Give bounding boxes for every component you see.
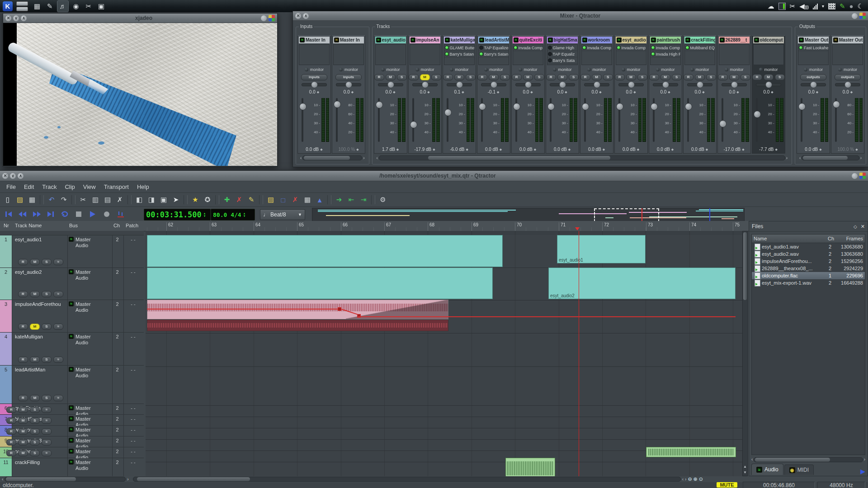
timeline-ruler[interactable]: 62 63 64 65 66 67 68 69 70 71 [146,221,742,231]
vscroll-thumb[interactable] [743,232,747,300]
tempo-display[interactable]: 80.0 4/4 ▲▼ [211,209,255,221]
monitor-toggle[interactable]: monitor [798,67,829,72]
spinner-icon[interactable]: ◆ [462,90,464,94]
pan-slider[interactable] [481,83,506,86]
spinner-icon[interactable]: ◆ [427,90,429,94]
scroll-left-icon[interactable]: ‹ [300,156,302,160]
pan-knob[interactable] [662,81,669,88]
strip-button[interactable]: S [741,74,750,80]
audio-clip[interactable]: esyt_audio1 [557,235,646,263]
window-menu-icon[interactable] [852,173,858,179]
strip-button[interactable]: outputs [800,74,826,80]
gain-value[interactable]: 0.0 dB◆ [684,146,715,152]
menu-item[interactable]: Clip [61,183,78,191]
toolbar-button[interactable]: ↶ [46,194,57,206]
toolbar-button[interactable]: ▯ [2,194,14,206]
spinner-icon[interactable]: ◆ [433,148,435,151]
strip-button[interactable]: S [500,74,510,80]
plugin-list[interactable] [410,44,440,65]
track-state-button[interactable]: ≈ [53,259,63,265]
col-frames[interactable]: Frames [836,236,865,241]
plugin-entry[interactable]: Barry's Satan [444,51,474,57]
strip-button[interactable]: outputs [835,74,861,80]
spinner-icon[interactable]: ◆ [466,148,468,151]
col-ch[interactable]: Ch [826,236,836,241]
plugin-entry[interactable]: Multiband EQ [685,45,715,51]
pan-value[interactable]: 0.0◆ [581,89,612,95]
strip-button[interactable]: S [534,74,544,80]
spinner-icon[interactable]: ◆ [706,148,708,151]
spinner-icon[interactable]: ◆ [356,148,359,151]
window-menu-icon[interactable] [852,13,858,19]
strip-button[interactable]: R [649,74,659,80]
plugin-entry[interactable]: Glame High [547,45,577,51]
strip-name-button[interactable]: ≈ kateMulliga [444,37,475,43]
monitor-toggle[interactable]: monitor [478,67,509,72]
plugin-active-led[interactable] [582,46,586,50]
toolbar-button[interactable]: ▦ [26,194,38,206]
scroll-left-icon[interactable]: ‹ [377,156,378,160]
pan-value[interactable]: 0.0◆ [375,89,406,95]
col-name[interactable]: Name [752,236,826,241]
track-state-button[interactable]: ≈ [42,439,52,446]
track-state-button[interactable]: ≈ [53,357,63,363]
arrange-vertical-scrollbar[interactable]: ▲ ▼ [742,231,748,476]
pan-slider[interactable] [801,83,826,86]
monitor-led[interactable] [305,68,308,71]
plugin-entry[interactable]: GLAME Butter [444,45,474,51]
gain-value[interactable]: -6.0 dB◆ [444,146,475,152]
menu-item[interactable]: View [80,183,99,191]
strip-name-button[interactable]: ≈ bigHatSma [547,37,578,43]
pan-value[interactable]: 0.0◆ [650,89,681,95]
track-state-button[interactable]: R [6,428,16,435]
file-row[interactable]: impulseAndForethou... 2 15296256 [752,258,865,265]
pan-knob[interactable] [559,81,566,88]
spinner-icon[interactable]: ◆ [393,90,395,94]
track-bus[interactable]: ≈ MasterAudio [69,237,111,249]
automation-line[interactable] [358,316,736,317]
track-number[interactable]: 4 [0,333,12,365]
strip-name-button[interactable]: ≈ Master Out [832,37,863,43]
scroll-left-icon[interactable]: ‹ [751,457,753,462]
track-state-button[interactable]: S [42,291,52,297]
plugin-active-led[interactable] [548,52,552,56]
strip-name-button[interactable]: ≈ workroom [581,37,612,43]
pan-knob[interactable] [525,81,532,88]
file-row[interactable]: 262889__thearxx08_... 2 2924229 [752,265,865,272]
plugin-active-led[interactable] [445,52,449,56]
close-icon[interactable]: ✕ [295,13,301,19]
monitor-toggle[interactable]: monitor [719,67,750,72]
status-circle-tray-icon[interactable]: ● [849,2,853,10]
scroll-left-icon[interactable]: ‹ [2,477,3,482]
spinner-icon[interactable]: ◆ [500,148,502,151]
audio-clip[interactable] [147,319,448,331]
track-state-button[interactable]: M [18,450,28,456]
strip-button[interactable]: M [764,74,774,80]
col-ch[interactable]: Ch [113,223,120,228]
spinner-icon[interactable]: ◆ [816,90,818,94]
close-icon[interactable]: ✕ [5,15,11,21]
strip-name-button[interactable]: ≈ oldcomput [753,37,784,43]
fader-knob[interactable] [513,103,520,110]
toolbar-button[interactable]: ▤ [102,194,113,206]
monitor-led[interactable] [838,68,842,71]
menu-item[interactable]: Transport [100,183,132,191]
color-picker-tray-icon[interactable]: ✎ [840,2,845,10]
pan-slider[interactable] [618,83,644,86]
monitor-led[interactable] [381,68,385,71]
plugin-list[interactable] [719,44,750,65]
plugin-list[interactable]: GLAME Butter Barry's Satan [444,44,475,65]
monitor-toggle[interactable]: monitor [410,67,440,72]
pan-slider[interactable] [722,83,747,86]
float-panel-icon[interactable]: ◇ [854,224,857,229]
toolbar-button[interactable]: ◧ [133,194,145,206]
cloud-sync-tray-icon[interactable]: ☁ [768,2,774,10]
strip-button[interactable]: R [443,74,453,80]
scroll-right-icon[interactable]: › [860,156,862,160]
gain-fader[interactable] [334,97,340,143]
unshade-icon[interactable]: ∧ [303,13,309,19]
track-name[interactable]: leadArtistMan [15,367,45,372]
tab-audio[interactable]: ≈ Audio [751,464,783,475]
menu-item[interactable]: File [3,183,19,191]
spinner-icon[interactable]: ◆ [775,148,777,151]
